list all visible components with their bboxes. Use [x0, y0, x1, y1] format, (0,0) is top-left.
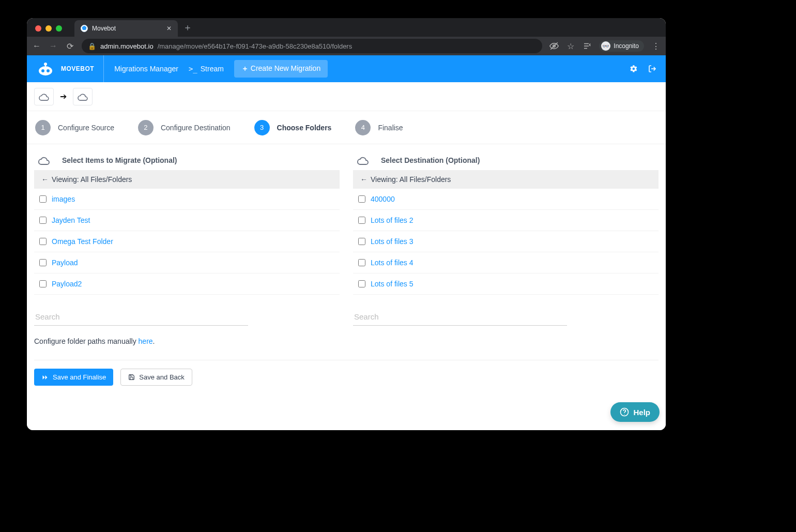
cloud-icon — [37, 156, 55, 165]
step-3[interactable]: 3Choose Folders — [254, 120, 332, 135]
destination-folder-row: Lots of files 5 — [353, 273, 659, 295]
destination-folder-checkbox[interactable] — [358, 217, 365, 224]
incognito-badge[interactable]: 👓 Incognito — [599, 40, 644, 52]
source-folder-link[interactable]: Payload — [52, 259, 78, 267]
step-number: 3 — [254, 120, 270, 135]
source-folder-row: images — [34, 189, 340, 210]
source-viewing-bar[interactable]: ← Viewing: All Files/Folders — [34, 170, 340, 189]
reading-list-icon[interactable] — [583, 41, 592, 51]
source-folder-checkbox[interactable] — [39, 280, 47, 287]
destination-folder-row: Lots of files 2 — [353, 210, 659, 231]
app-topnav: MOVEBOT Migrations Manager >_ Stream ＋ C… — [27, 55, 666, 82]
destination-folder-link[interactable]: Lots of files 4 — [371, 259, 414, 267]
nav-migrations-manager[interactable]: Migrations Manager — [114, 65, 178, 73]
source-cloud-box[interactable] — [34, 88, 54, 105]
source-viewing-path: All Files/Folders — [81, 175, 132, 184]
svg-point-2 — [39, 66, 52, 75]
manual-config-link[interactable]: here — [139, 337, 153, 345]
back-arrow-icon[interactable]: ← — [360, 175, 368, 184]
destination-search-input[interactable] — [353, 308, 567, 326]
back-arrow-icon[interactable]: ← — [41, 175, 49, 184]
brand[interactable]: MOVEBOT — [36, 55, 104, 82]
help-icon — [620, 407, 629, 417]
reload-icon[interactable]: ⟳ — [65, 41, 74, 51]
step-number: 4 — [355, 120, 371, 135]
source-folder-checkbox[interactable] — [39, 259, 47, 266]
source-folder-link[interactable]: images — [52, 195, 75, 203]
new-tab-button[interactable]: ＋ — [183, 21, 192, 37]
address-bar[interactable]: 🔒 admin.movebot.io/manage/move/e564b17e-… — [82, 39, 542, 53]
step-4[interactable]: 4Finalise — [355, 120, 403, 135]
create-migration-label: Create New Migration — [251, 64, 320, 72]
sign-out-icon[interactable] — [648, 65, 656, 73]
url-path: /manage/move/e564b17e-f091-473e-a9db-58c… — [158, 42, 353, 50]
save-and-finalise-button[interactable]: Save and Finalise — [34, 369, 113, 386]
browser-toolbar: ← → ⟳ 🔒 admin.movebot.io/manage/move/e56… — [27, 37, 666, 55]
destination-folder-checkbox[interactable] — [358, 259, 365, 266]
maximize-window-button[interactable] — [56, 25, 62, 32]
tab-title: Movebot — [92, 25, 116, 32]
source-folder-list: imagesJayden TestOmega Test FolderPayloa… — [34, 189, 340, 295]
lock-icon: 🔒 — [88, 42, 96, 50]
source-folder-link[interactable]: Jayden Test — [52, 216, 90, 224]
help-label: Help — [633, 408, 650, 417]
plus-icon: ＋ — [241, 64, 249, 72]
manual-config-note: Configure folder paths manually here. — [31, 326, 662, 345]
source-viewing-prefix: Viewing: — [52, 175, 81, 184]
source-folder-checkbox[interactable] — [39, 217, 47, 224]
destination-folder-link[interactable]: Lots of files 3 — [371, 237, 414, 246]
destination-folder-link[interactable]: Lots of files 2 — [371, 216, 414, 224]
source-folder-link[interactable]: Payload2 — [52, 280, 82, 288]
star-icon[interactable]: ☆ — [566, 41, 575, 51]
destination-pane-title: Select Destination (Optional) — [381, 156, 480, 164]
step-number: 2 — [138, 120, 154, 135]
step-label: Finalise — [378, 124, 403, 132]
browser-menu-icon[interactable]: ⋮ — [651, 41, 661, 51]
svg-marker-9 — [45, 375, 48, 379]
svg-rect-6 — [45, 65, 46, 67]
destination-folder-list: 400000Lots of files 2Lots of files 3Lots… — [353, 189, 659, 295]
svg-point-4 — [47, 69, 50, 72]
source-folder-checkbox[interactable] — [39, 238, 47, 245]
nav-stream[interactable]: >_ Stream — [189, 65, 224, 73]
step-2[interactable]: 2Configure Destination — [138, 120, 231, 135]
destination-folder-checkbox[interactable] — [358, 280, 365, 287]
source-folder-row: Jayden Test — [34, 210, 340, 231]
svg-marker-8 — [43, 375, 45, 379]
create-migration-button[interactable]: ＋ Create New Migration — [234, 60, 328, 78]
browser-tab[interactable]: Movebot ✕ — [74, 20, 178, 37]
eye-off-icon[interactable] — [549, 41, 559, 51]
destination-viewing-bar[interactable]: ← Viewing: All Files/Folders — [353, 170, 659, 189]
fast-forward-icon — [41, 374, 49, 381]
source-folder-checkbox[interactable] — [39, 195, 47, 203]
minimize-window-button[interactable] — [45, 25, 52, 32]
step-label: Choose Folders — [277, 124, 332, 132]
destination-folder-link[interactable]: Lots of files 5 — [371, 280, 414, 288]
destination-cloud-box[interactable] — [73, 88, 93, 105]
source-search-input[interactable] — [34, 308, 248, 326]
destination-viewing-prefix: Viewing: — [371, 175, 400, 184]
destination-folder-link[interactable]: 400000 — [371, 195, 395, 203]
step-number: 1 — [35, 120, 51, 135]
back-icon[interactable]: ← — [32, 41, 41, 51]
destination-folder-checkbox[interactable] — [358, 238, 365, 245]
step-label: Configure Source — [58, 124, 114, 132]
help-widget[interactable]: Help — [610, 402, 660, 422]
settings-icon[interactable] — [630, 65, 638, 73]
step-label: Configure Destination — [161, 124, 231, 132]
url-host: admin.movebot.io — [100, 42, 154, 50]
step-1[interactable]: 1Configure Source — [35, 120, 114, 135]
forward-icon[interactable]: → — [49, 41, 58, 51]
destination-viewing-path: All Files/Folders — [400, 175, 451, 184]
save-and-back-label: Save and Back — [139, 373, 184, 381]
destination-folder-row: Lots of files 4 — [353, 252, 659, 273]
source-folder-link[interactable]: Omega Test Folder — [52, 237, 113, 246]
destination-folder-checkbox[interactable] — [358, 195, 365, 203]
incognito-icon: 👓 — [601, 41, 610, 51]
close-window-button[interactable] — [35, 25, 41, 32]
close-tab-icon[interactable]: ✕ — [166, 25, 172, 32]
save-and-back-button[interactable]: Save and Back — [120, 369, 192, 386]
svg-point-11 — [624, 414, 625, 415]
arrow-right-icon: ➔ — [60, 92, 67, 101]
wizard-stepper: 1Configure Source2Configure Destination3… — [27, 111, 666, 144]
